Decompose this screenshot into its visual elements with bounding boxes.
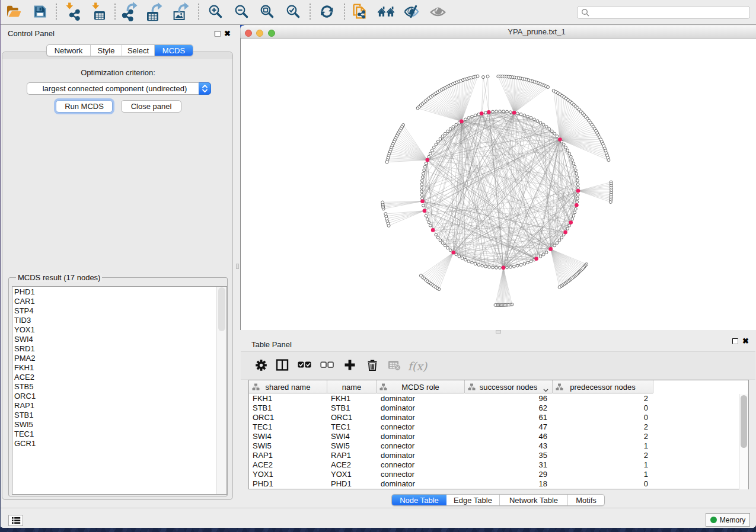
network-node[interactable] [467, 260, 470, 263]
network-node[interactable] [484, 111, 487, 114]
network-node[interactable] [527, 261, 529, 264]
column-header-successor-nodes[interactable]: successor nodes [465, 380, 553, 393]
network-node[interactable] [572, 162, 575, 165]
network-node[interactable] [516, 112, 519, 115]
network-leaf-node[interactable] [384, 213, 387, 216]
network-window-titlebar[interactable]: YPA_prune.txt_1 [240, 25, 756, 39]
network-node[interactable] [449, 127, 452, 130]
network-node[interactable] [575, 207, 578, 210]
network-node[interactable] [576, 201, 579, 204]
network-hub-node[interactable] [420, 199, 425, 203]
network-node[interactable] [523, 114, 526, 117]
show-all-button[interactable] [427, 2, 448, 23]
zoom-selected-button[interactable] [282, 2, 304, 23]
zoom-in-button[interactable] [205, 2, 226, 23]
mcds-result-item[interactable]: STP4 [12, 306, 216, 316]
mcds-result-item[interactable]: STB5 [12, 382, 216, 392]
network-node[interactable] [566, 149, 569, 152]
network-node[interactable] [575, 169, 578, 172]
network-node[interactable] [425, 214, 428, 217]
mcds-result-item[interactable]: CAR1 [12, 297, 216, 306]
tab-select[interactable]: Select [122, 45, 155, 56]
column-header-predecessor-nodes[interactable]: predecessor nodes [553, 380, 653, 393]
network-node[interactable] [576, 180, 579, 182]
mcds-result-item[interactable]: ORC1 [12, 392, 216, 401]
network-node[interactable] [576, 194, 579, 197]
network-hub-node[interactable] [423, 209, 427, 213]
network-node[interactable] [566, 227, 569, 230]
add-button[interactable] [340, 356, 360, 376]
network-node[interactable] [545, 251, 548, 254]
memory-button[interactable]: Memory [706, 513, 750, 527]
network-leaf-node[interactable] [486, 75, 489, 78]
network-node[interactable] [439, 137, 442, 140]
network-node[interactable] [556, 135, 559, 138]
import-network-button[interactable] [62, 2, 84, 23]
network-node[interactable] [446, 130, 449, 133]
tab-edge-table[interactable]: Edge Table [446, 495, 500, 505]
network-leaf-node[interactable] [385, 161, 388, 164]
network-node[interactable] [452, 126, 455, 129]
network-node[interactable] [432, 146, 435, 149]
network-hub-node[interactable] [451, 251, 455, 255]
import-table-button[interactable] [88, 2, 109, 23]
table-row[interactable]: ACE2 ACE2 connector 31 1 [249, 460, 739, 470]
gear-button[interactable] [251, 356, 271, 376]
network-node[interactable] [548, 127, 551, 130]
close-panel-button[interactable]: Close panel [121, 100, 181, 113]
mcds-result-item[interactable]: PHD1 [12, 287, 216, 297]
network-node[interactable] [426, 217, 429, 220]
minimize-window-icon[interactable] [256, 30, 263, 37]
network-node[interactable] [571, 159, 574, 162]
save-session-button[interactable] [29, 2, 50, 23]
network-hub-node[interactable] [512, 111, 516, 115]
network-hub-node[interactable] [534, 257, 538, 261]
network-node[interactable] [575, 172, 578, 175]
criterion-select[interactable]: largest connected component (undirected) [27, 82, 211, 95]
table-row[interactable]: SWI4 SWI4 dominator 46 2 [249, 432, 739, 441]
network-node[interactable] [569, 155, 572, 158]
mcds-result-item[interactable]: FKH1 [12, 363, 216, 373]
network-node[interactable] [488, 265, 491, 268]
network-node[interactable] [423, 169, 426, 172]
network-hub-node[interactable] [548, 247, 553, 251]
network-node[interactable] [481, 264, 484, 267]
first-neighbors-button[interactable] [375, 2, 397, 23]
network-leaf-node[interactable] [609, 201, 612, 204]
close-window-icon[interactable] [245, 30, 252, 37]
network-node[interactable] [441, 242, 444, 245]
network-node[interactable] [464, 118, 467, 121]
zoom-window-icon[interactable] [268, 30, 275, 37]
network-node[interactable] [436, 236, 439, 239]
network-hub-node[interactable] [563, 230, 567, 235]
network-node[interactable] [464, 258, 467, 261]
zoom-out-button[interactable] [231, 2, 252, 23]
network-node[interactable] [449, 249, 452, 252]
network-node[interactable] [499, 267, 502, 270]
network-node[interactable] [542, 253, 545, 256]
open-session-button[interactable] [3, 2, 24, 23]
tab-motifs[interactable]: Motifs [568, 495, 604, 505]
network-leaf-node[interactable] [607, 159, 610, 162]
network-hub-node[interactable] [558, 137, 562, 142]
mcds-result-item[interactable]: STB1 [12, 411, 216, 420]
network-node[interactable] [495, 267, 498, 270]
table-scrollbar[interactable] [739, 394, 748, 489]
network-leaf-node[interactable] [547, 86, 550, 89]
network-node[interactable] [577, 187, 580, 190]
table-row[interactable]: FKH1 FKH1 dominator 96 2 [249, 394, 739, 403]
network-node[interactable] [509, 265, 512, 268]
network-node[interactable] [539, 255, 542, 258]
vertical-splitter-grip[interactable] [236, 264, 239, 269]
network-node[interactable] [519, 113, 522, 116]
network-node[interactable] [502, 110, 505, 113]
table-row[interactable]: TEC1 TEC1 connector 47 2 [249, 422, 739, 432]
network-node[interactable] [529, 117, 532, 120]
table-row[interactable]: ORC1 ORC1 dominator 61 0 [249, 413, 739, 422]
mcds-result-list[interactable]: PHD1CAR1STP4TID3YOX1SWI4SRD1PMA2FKH1ACE2… [12, 286, 227, 495]
network-node[interactable] [444, 132, 446, 135]
network-hub-node[interactable] [569, 220, 573, 225]
network-hub-node[interactable] [576, 189, 580, 193]
network-node[interactable] [429, 224, 432, 227]
network-hub-node[interactable] [460, 120, 464, 124]
